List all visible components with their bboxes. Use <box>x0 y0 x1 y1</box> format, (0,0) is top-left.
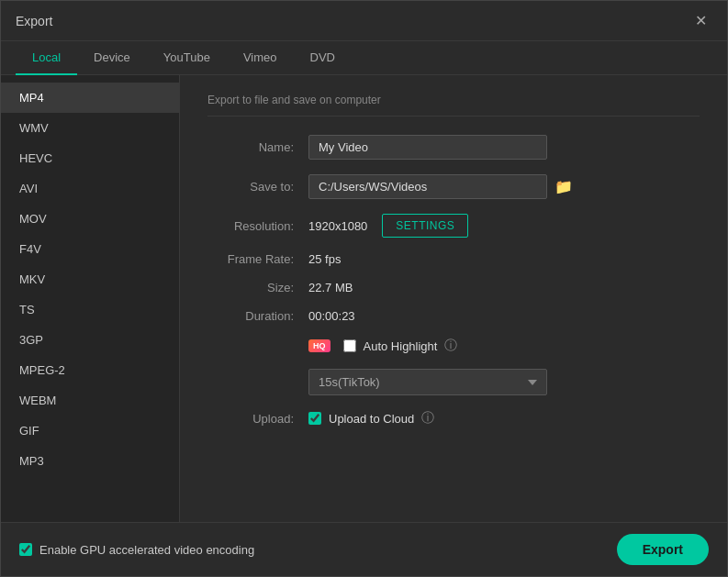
upload-cloud-checkbox[interactable] <box>308 412 321 425</box>
sidebar-item-mp4[interactable]: MP4 <box>1 83 179 113</box>
tab-bar: Local Device YouTube Vimeo DVD <box>1 41 727 75</box>
auto-highlight-checkbox[interactable] <box>343 339 356 352</box>
export-button[interactable]: Export <box>617 534 709 565</box>
duration-dropdown[interactable]: 15s(TikTok) 30s(Instagram) 60s(YouTube) <box>308 369 547 395</box>
upload-cloud-checkbox-row: Upload to Cloud ⓘ <box>308 410 434 427</box>
tab-dvd[interactable]: DVD <box>294 41 352 75</box>
upload-label: Upload: <box>207 412 308 426</box>
saveto-label: Save to: <box>207 180 308 194</box>
bottom-bar: Enable GPU accelerated video encoding Ex… <box>1 522 727 576</box>
title-bar: Export ✕ <box>1 1 727 41</box>
hq-badge: HQ <box>308 339 330 352</box>
saveto-path-row: 📁 <box>308 174 573 199</box>
tab-youtube[interactable]: YouTube <box>147 41 227 75</box>
saveto-input[interactable] <box>308 174 547 199</box>
framerate-label: Frame Rate: <box>207 252 308 266</box>
auto-highlight-label[interactable]: Auto Highlight <box>364 339 438 353</box>
sidebar-item-avi[interactable]: AVI <box>1 173 179 204</box>
size-label: Size: <box>207 281 308 294</box>
resolution-value: 1920x1080 <box>308 219 367 233</box>
tab-local[interactable]: Local <box>16 41 77 75</box>
sidebar-item-webm[interactable]: WEBM <box>1 385 179 416</box>
gpu-label[interactable]: Enable GPU accelerated video encoding <box>39 543 254 557</box>
sidebar-item-ts[interactable]: TS <box>1 294 179 325</box>
name-row: Name: <box>207 135 700 160</box>
sidebar-item-mpeg2[interactable]: MPEG-2 <box>1 355 179 385</box>
tab-vimeo[interactable]: Vimeo <box>227 41 294 75</box>
window-title: Export <box>16 14 52 28</box>
upload-row: Upload: Upload to Cloud ⓘ <box>207 410 700 427</box>
saveto-row: Save to: 📁 <box>207 174 700 199</box>
size-row: Size: 22.7 MB <box>207 281 700 294</box>
gpu-row: Enable GPU accelerated video encoding <box>19 543 254 557</box>
auto-highlight-checkbox-row: Auto Highlight ⓘ <box>343 338 458 354</box>
name-input[interactable] <box>308 135 547 160</box>
auto-highlight-info-icon[interactable]: ⓘ <box>444 338 457 354</box>
resolution-value-row: 1920x1080 SETTINGS <box>308 214 468 238</box>
sidebar-item-wmv[interactable]: WMV <box>1 113 179 143</box>
close-button[interactable]: ✕ <box>689 10 712 31</box>
upload-cloud-info-icon[interactable]: ⓘ <box>421 410 434 427</box>
folder-icon[interactable]: 📁 <box>554 178 573 195</box>
name-label: Name: <box>207 140 308 154</box>
duration-value: 00:00:23 <box>308 309 355 323</box>
duration-row: Duration: 00:00:23 <box>207 309 700 323</box>
sidebar-item-mp3[interactable]: MP3 <box>1 446 179 476</box>
sidebar-item-gif[interactable]: GIF <box>1 416 179 446</box>
sidebar-item-3gp[interactable]: 3GP <box>1 325 179 355</box>
sidebar-item-mov[interactable]: MOV <box>1 204 179 234</box>
tab-device[interactable]: Device <box>77 41 147 75</box>
resolution-row: Resolution: 1920x1080 SETTINGS <box>207 214 700 238</box>
tiktok-dropdown-row: 15s(TikTok) 30s(Instagram) 60s(YouTube) <box>308 369 700 395</box>
duration-label: Duration: <box>207 309 308 323</box>
content-area: MP4 WMV HEVC AVI MOV F4V MKV TS 3GP MPEG… <box>1 75 727 522</box>
sidebar-item-mkv[interactable]: MKV <box>1 264 179 294</box>
upload-cloud-label[interactable]: Upload to Cloud <box>329 412 414 426</box>
settings-button[interactable]: SETTINGS <box>382 214 468 238</box>
resolution-label: Resolution: <box>207 219 308 233</box>
size-value: 22.7 MB <box>308 281 353 294</box>
framerate-value: 25 fps <box>308 252 341 266</box>
sidebar-item-f4v[interactable]: F4V <box>1 234 179 264</box>
sidebar-item-hevc[interactable]: HEVC <box>1 143 179 173</box>
export-window: Export ✕ Local Device YouTube Vimeo DVD … <box>0 0 728 577</box>
main-panel: Export to file and save on computer Name… <box>180 75 727 522</box>
gpu-checkbox[interactable] <box>19 543 32 556</box>
framerate-row: Frame Rate: 25 fps <box>207 252 700 266</box>
export-subtitle: Export to file and save on computer <box>207 94 700 117</box>
auto-highlight-row: HQ Auto Highlight ⓘ <box>207 338 700 354</box>
format-sidebar: MP4 WMV HEVC AVI MOV F4V MKV TS 3GP MPEG… <box>1 75 180 522</box>
